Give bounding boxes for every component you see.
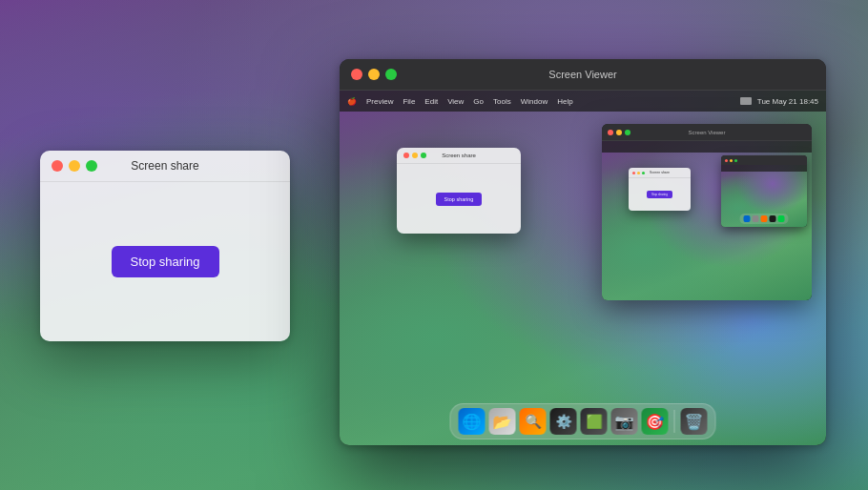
screen-viewer-window: Screen Viewer 🍎 Preview File Edit View G… <box>340 59 826 445</box>
inner-inner-desktop: Screen share Stop sharing <box>602 141 812 300</box>
inner-minimize[interactable] <box>412 153 418 158</box>
inner-go-menu: Go <box>473 97 484 106</box>
inner-tools-menu: Tools <box>493 97 511 106</box>
iii-titlebar: Screen share <box>629 168 691 178</box>
iii-minimize[interactable] <box>637 172 640 174</box>
inner-viewer-title: Screen Viewer <box>689 130 726 135</box>
inner-app-name: Preview <box>366 97 393 106</box>
viewer-content: 🍎 Preview File Edit View Go Tools Window… <box>340 91 826 445</box>
dock-icon-app4[interactable]: ⚙️ <box>550 408 577 435</box>
inner-viewer-content: Screen share Stop sharing <box>602 141 812 300</box>
ivr-dock-icon-3 <box>761 215 768 222</box>
dock-icon-app7[interactable]: 🎯 <box>642 408 669 435</box>
window-title: Screen share <box>131 159 198 173</box>
dock-icon-app5[interactable]: 🟩 <box>581 408 608 435</box>
third-level-screen-share: Screen share Stop sharing <box>629 168 691 211</box>
window-content: Stop sharing <box>40 182 290 341</box>
dock-icon-files[interactable]: 📂 <box>489 408 516 435</box>
ivr-minimize[interactable] <box>730 159 733 162</box>
iii-close[interactable] <box>632 172 635 174</box>
ivr-maximize[interactable] <box>734 159 737 162</box>
ivr-dock <box>740 214 789 224</box>
iii-maximize[interactable] <box>642 172 645 174</box>
inner-screen-share-titlebar: Screen share <box>397 148 521 164</box>
traffic-lights <box>52 160 97 172</box>
minimize-button[interactable] <box>69 160 80 172</box>
inner-screen-viewer-window: Screen Viewer <box>602 124 812 300</box>
ivr-traffic <box>725 159 737 162</box>
inner-file-menu: File <box>403 97 415 106</box>
ivr-dock-icon-5 <box>778 215 785 222</box>
dock: 🌐 📂 🔍 ⚙️ 🟩 📷 🎯 🗑️ <box>450 403 716 439</box>
inner-screen-share-title: Screen share <box>442 153 476 158</box>
inner-screen-share-window: Screen share Stop sharing <box>397 148 521 234</box>
viewer-title: Screen Viewer <box>548 69 616 80</box>
inner-traffic-lights <box>403 153 426 158</box>
inner-viewer-titlebar: Screen Viewer <box>602 124 812 141</box>
ivr-dock-icon-1 <box>744 215 751 222</box>
viewer-minimize-button[interactable] <box>368 69 380 80</box>
maximize-button[interactable] <box>86 160 97 172</box>
close-button[interactable] <box>52 160 63 172</box>
inner-viewer-traffic <box>608 130 630 135</box>
inner-help-menu: Help <box>557 97 572 106</box>
viewer-maximize-button[interactable] <box>385 69 397 80</box>
inner-wifi-icon <box>740 97 752 105</box>
dock-icon-finder[interactable]: 🌐 <box>459 408 486 435</box>
dock-separator <box>674 410 675 433</box>
inner-close[interactable] <box>403 153 409 158</box>
inner-view-menu: View <box>447 97 464 106</box>
inner-viewer-maximize[interactable] <box>625 130 630 135</box>
stop-sharing-button[interactable]: Stop sharing <box>112 246 219 277</box>
iii-traffic-lights <box>632 172 645 174</box>
dock-icon-app3[interactable]: 🔍 <box>520 408 547 435</box>
inner-screen-share-content: Stop sharing <box>397 164 521 234</box>
inner-window-menu: Window <box>521 97 548 106</box>
window-titlebar: Screen share <box>40 151 290 182</box>
viewer-titlebar: Screen Viewer <box>340 59 826 91</box>
iii-title: Screen share <box>650 171 670 174</box>
ivr-dock-icon-4 <box>770 215 776 222</box>
inner-menubar: 🍎 Preview File Edit View Go Tools Window… <box>340 91 826 112</box>
ivr-content <box>721 165 807 227</box>
inner-apple-menu: 🍎 <box>347 97 357 106</box>
inner-stop-sharing-button[interactable]: Stop sharing <box>436 193 483 206</box>
macos-desktop: 🍎 Preview File Edit View Go Tools Window… <box>340 91 826 445</box>
inner-maximize[interactable] <box>421 153 426 158</box>
ivr-dock-icon-2 <box>753 215 759 222</box>
inner-edit-menu: Edit <box>424 97 438 106</box>
viewer-traffic-lights <box>351 69 397 80</box>
ivr-close[interactable] <box>725 159 728 162</box>
dock-icon-trash[interactable]: 🗑️ <box>681 408 708 435</box>
fourth-level-viewer <box>721 155 807 227</box>
ivr-menubar <box>721 165 807 172</box>
screen-share-window: Screen share Stop sharing <box>40 151 290 341</box>
inner-clock: Tue May 21 18:45 <box>757 97 818 106</box>
ivr-titlebar <box>721 155 807 165</box>
iii-stop-btn[interactable]: Stop sharing <box>647 191 672 198</box>
inner-viewer-close[interactable] <box>608 130 613 135</box>
iii-content: Stop sharing <box>629 178 691 211</box>
inner-menubar-right: Tue May 21 18:45 <box>740 97 818 106</box>
dock-icon-app6[interactable]: 📷 <box>611 408 638 435</box>
viewer-close-button[interactable] <box>351 69 362 80</box>
inner-inner-menubar <box>602 141 812 153</box>
inner-viewer-minimize[interactable] <box>616 130 622 135</box>
